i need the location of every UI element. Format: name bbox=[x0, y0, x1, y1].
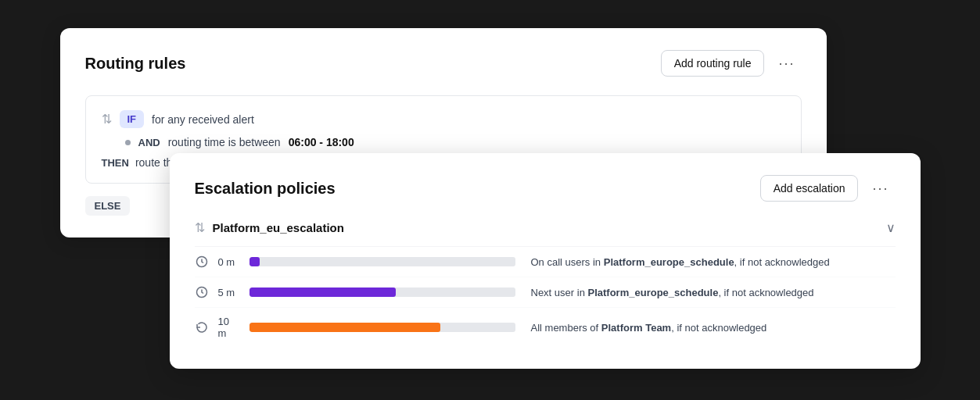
policy-name: Platform_eu_escalation bbox=[213, 221, 344, 234]
step-suffix-2: , if not acknowledged bbox=[671, 322, 766, 334]
step-time-2: 10 m bbox=[218, 316, 240, 339]
escalation-steps: ⇅ Platform_eu_escalation ∨ 0 m bbox=[195, 220, 896, 347]
policy-name-row: ⇅ Platform_eu_escalation ∨ bbox=[195, 220, 896, 247]
drag-handle-icon[interactable]: ⇅ bbox=[102, 112, 112, 127]
step-desc-prefix-2: All members of bbox=[531, 322, 599, 334]
time-range-value: 06:00 - 18:00 bbox=[289, 136, 354, 148]
step-desc-prefix-0: On call users in bbox=[531, 256, 601, 268]
escalation-more-button[interactable]: ··· bbox=[866, 177, 895, 200]
routing-more-button[interactable]: ··· bbox=[772, 52, 801, 75]
if-row: ⇅ IF for any received alert bbox=[102, 110, 785, 128]
clock-icon-1 bbox=[195, 285, 209, 299]
step-row-2: 10 m All members of Platform Team, if no… bbox=[195, 308, 896, 347]
add-routing-rule-button[interactable]: Add routing rule bbox=[661, 50, 765, 77]
if-condition-text: for any received alert bbox=[152, 113, 254, 126]
step-time-1: 5 m bbox=[218, 287, 240, 298]
repeat-icon-2 bbox=[195, 320, 209, 334]
escalation-header: Escalation policies Add escalation ··· bbox=[195, 175, 896, 202]
escalation-title: Escalation policies bbox=[195, 180, 336, 198]
step-desc-0: On call users in Platform_europe_schedul… bbox=[525, 256, 896, 268]
step-target-2: Platform Team bbox=[601, 322, 671, 334]
step-target-0: Platform_europe_schedule bbox=[604, 256, 734, 268]
policy-drag-handle-icon[interactable]: ⇅ bbox=[195, 220, 205, 235]
and-badge: AND bbox=[138, 137, 160, 148]
step-row-1: 5 m Next user in Platform_europe_schedul… bbox=[195, 277, 896, 308]
step-desc-1: Next user in Platform_europe_schedule, i… bbox=[525, 287, 896, 298]
step-bar-fill-1 bbox=[249, 288, 396, 297]
step-bar-1 bbox=[249, 288, 515, 297]
routing-header: Routing rules Add routing rule ··· bbox=[85, 50, 802, 77]
else-badge: ELSE bbox=[85, 196, 131, 216]
policy-chevron-icon[interactable]: ∨ bbox=[886, 220, 896, 235]
then-badge: THEN bbox=[102, 157, 129, 169]
step-time-0: 0 m bbox=[218, 256, 240, 268]
and-dot bbox=[125, 140, 131, 145]
step-suffix-1: , if not acknowledged bbox=[718, 287, 813, 298]
if-badge: IF bbox=[120, 110, 145, 128]
step-bar-2 bbox=[249, 323, 515, 332]
routing-actions: Add routing rule ··· bbox=[661, 50, 802, 77]
step-desc-2: All members of Platform Team, if not ack… bbox=[525, 322, 896, 334]
step-bar-fill-2 bbox=[249, 323, 441, 332]
and-condition-text: routing time is between bbox=[168, 136, 281, 148]
step-suffix-0: , if not acknowledged bbox=[734, 256, 830, 268]
clock-icon-0 bbox=[195, 255, 209, 269]
and-row: AND routing time is between 06:00 - 18:0… bbox=[125, 136, 785, 148]
escalation-policies-card: Escalation policies Add escalation ··· ⇅… bbox=[170, 153, 921, 369]
step-bar-0 bbox=[249, 257, 515, 266]
step-desc-prefix-1: Next user in bbox=[531, 287, 585, 298]
routing-title: Routing rules bbox=[85, 55, 186, 73]
step-row: 0 m On call users in Platform_europe_sch… bbox=[195, 247, 896, 277]
add-escalation-button[interactable]: Add escalation bbox=[760, 175, 859, 202]
escalation-actions: Add escalation ··· bbox=[760, 175, 896, 202]
step-target-1: Platform_europe_schedule bbox=[588, 287, 719, 298]
step-bar-fill-0 bbox=[249, 257, 260, 266]
